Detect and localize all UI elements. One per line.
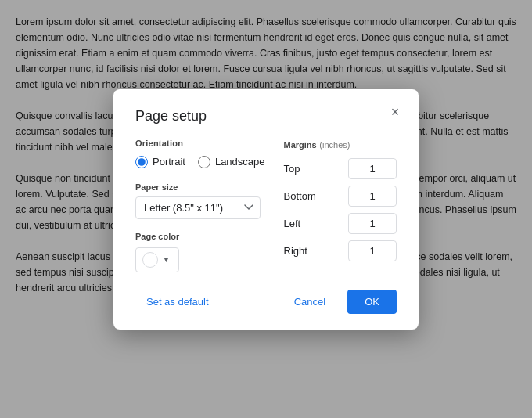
bottom-input[interactable] (348, 186, 397, 207)
left-label: Left (284, 218, 323, 229)
close-button[interactable]: × (384, 102, 406, 124)
page-color-label: Page color (135, 232, 265, 241)
top-input[interactable] (348, 158, 397, 179)
margins-unit: (inches) (319, 140, 350, 150)
page-color-button[interactable]: ▼ (135, 247, 179, 272)
landscape-label: Landscape (215, 156, 265, 168)
color-circle (142, 252, 158, 268)
color-dropdown-arrow-icon: ▼ (163, 256, 170, 264)
right-label: Right (284, 245, 323, 257)
set-as-default-button[interactable]: Set as default (135, 290, 220, 314)
left-input[interactable] (348, 213, 397, 234)
portrait-label: Portrait (153, 156, 185, 168)
ok-button[interactable]: OK (347, 290, 397, 314)
top-label: Top (284, 163, 323, 175)
margin-top-row: Top (284, 158, 397, 179)
margins-header: Margins (inches) (284, 139, 397, 150)
page-setup-dialog: Page setup × Orientation Portrait Landsc… (113, 89, 419, 330)
left-column: Orientation Portrait Landscape Paper siz… (135, 139, 265, 272)
landscape-radio[interactable] (198, 156, 210, 168)
paper-size-select[interactable]: Letter (8.5" x 11") A4 (210 x 297 mm) Le… (135, 196, 261, 219)
right-input[interactable] (348, 240, 397, 261)
margins-title: Margins (284, 140, 317, 150)
orientation-label: Orientation (135, 139, 265, 148)
paper-size-label: Paper size (135, 182, 265, 192)
orientation-row: Portrait Landscape (135, 156, 265, 168)
landscape-option[interactable]: Landscape (198, 156, 265, 168)
margin-bottom-row: Bottom (284, 186, 397, 207)
right-column: Margins (inches) Top Bottom Left (284, 139, 397, 272)
cancel-button[interactable]: Cancel (280, 290, 340, 314)
portrait-option[interactable]: Portrait (135, 156, 185, 168)
bottom-label: Bottom (284, 190, 323, 202)
dialog-footer: Set as default Cancel OK (135, 290, 397, 314)
overlay: Page setup × Orientation Portrait Landsc… (0, 0, 532, 418)
margin-left-row: Left (284, 213, 397, 234)
portrait-radio[interactable] (135, 156, 148, 168)
dialog-body: Orientation Portrait Landscape Paper siz… (135, 139, 397, 272)
margin-right-row: Right (284, 240, 397, 261)
dialog-title: Page setup (135, 108, 397, 124)
